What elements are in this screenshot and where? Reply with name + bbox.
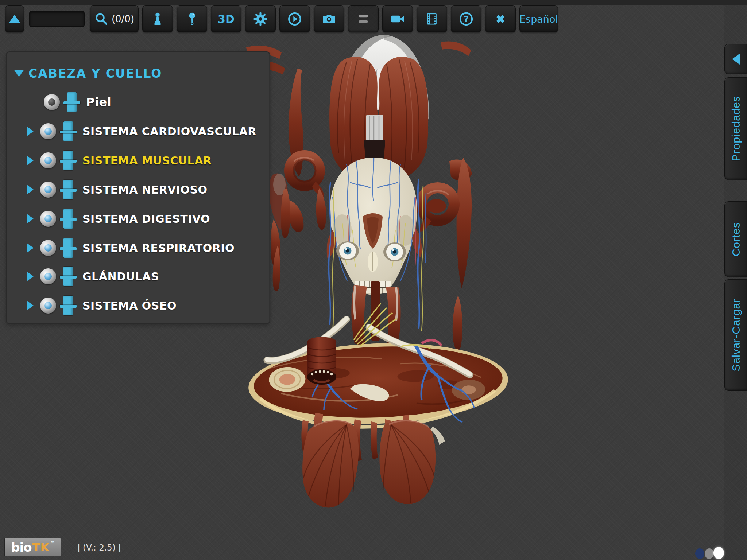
- tree-item-label[interactable]: SISTEMA CARDIOVASCULAR: [82, 125, 256, 138]
- tree-item-glandulas[interactable]: GLÁNDULAS: [7, 262, 268, 291]
- help-button[interactable]: ?: [451, 5, 481, 32]
- tree-item-sistema-cardiovascular[interactable]: SISTEMA CARDIOVASCULAR: [7, 117, 268, 145]
- person-icon: [150, 11, 165, 27]
- camera-icon: [321, 11, 337, 27]
- tree-item-sistema-muscular[interactable]: SISTEMA MUSCULAR: [7, 146, 268, 175]
- pin-bar-icon[interactable]: [60, 121, 77, 141]
- tree-item-label[interactable]: GLÁNDULAS: [82, 270, 159, 283]
- expand-arrow-icon[interactable]: [27, 243, 34, 253]
- close-button[interactable]: [485, 5, 516, 32]
- tab-cortes[interactable]: Cortes: [724, 201, 747, 277]
- top-band: [0, 0, 747, 5]
- video-camera-icon: [390, 11, 406, 27]
- visibility-orb-icon[interactable]: [44, 94, 60, 110]
- pin-bar-icon[interactable]: [63, 92, 80, 112]
- pin-bar-icon[interactable]: [60, 267, 77, 286]
- person-button[interactable]: [142, 5, 173, 32]
- pin-bar-icon[interactable]: [60, 238, 77, 258]
- expand-arrow-icon[interactable]: [27, 156, 34, 165]
- play-button[interactable]: [279, 5, 310, 32]
- camera-button[interactable]: [314, 5, 344, 32]
- 3d-label: 3D: [218, 13, 235, 26]
- film-button[interactable]: [417, 5, 447, 32]
- status-dot-gray: [705, 548, 714, 559]
- anatomy-tree-panel: CABEZA Y CUELLO Piel SISTEMA CARDIOVASCU…: [6, 51, 270, 324]
- tree-item-sistema-digestivo[interactable]: SISTEMA DIGESTIVO: [7, 205, 268, 233]
- tab-label: Propiedades: [730, 96, 742, 161]
- magnifier-icon: [94, 12, 109, 26]
- tab-salvar-cargar[interactable]: Salvar-Cargar: [724, 279, 747, 391]
- play-icon: [287, 11, 303, 27]
- svg-text:?: ?: [464, 14, 468, 24]
- collapse-tree-icon: [14, 70, 24, 77]
- language-button[interactable]: Español: [519, 5, 558, 32]
- help-icon: ?: [458, 11, 474, 27]
- visibility-orb-icon[interactable]: [40, 211, 56, 227]
- search-count: (0/0): [112, 13, 134, 24]
- bars-icon: [355, 11, 371, 27]
- gear-icon: [252, 11, 268, 27]
- pin-button[interactable]: [177, 5, 207, 32]
- version-label: | (V.: 2.5) |: [77, 543, 121, 552]
- expand-arrow-icon[interactable]: [27, 127, 34, 136]
- close-icon: [492, 11, 508, 27]
- collapse-up-icon: [9, 15, 20, 23]
- expand-arrow-icon[interactable]: [27, 214, 34, 223]
- tree-item-label[interactable]: SISTEMA DIGESTIVO: [82, 213, 210, 225]
- tree-item-label[interactable]: SISTEMA NERVIOSO: [82, 183, 208, 196]
- visibility-orb-icon[interactable]: [40, 240, 56, 256]
- search-input[interactable]: [29, 11, 85, 27]
- video-button[interactable]: [382, 5, 413, 32]
- tree-item-sistema-respiratorio[interactable]: SISTEMA RESPIRATORIO: [7, 234, 268, 262]
- collapse-panel-tab[interactable]: [724, 44, 747, 74]
- visibility-orb-icon[interactable]: [40, 298, 56, 314]
- tree-item-label[interactable]: SISTEMA ÓSEO: [82, 299, 177, 312]
- logo-trademark: ™: [50, 541, 55, 546]
- status-dot-white: [713, 547, 724, 559]
- tab-label: Cortes: [730, 222, 742, 256]
- visibility-orb-icon[interactable]: [40, 182, 56, 198]
- settings-button[interactable]: [245, 5, 276, 32]
- expand-arrow-icon[interactable]: [27, 301, 34, 310]
- film-strip-icon: [424, 11, 440, 27]
- collapse-left-icon: [732, 54, 740, 65]
- expand-arrow-icon[interactable]: [27, 185, 34, 194]
- tree-item-label[interactable]: SISTEMA MUSCULAR: [82, 154, 212, 167]
- pin-bar-icon[interactable]: [60, 180, 77, 199]
- collapse-toolbar-button[interactable]: [5, 5, 24, 32]
- tree-group-cabeza-y-cuello[interactable]: CABEZA Y CUELLO: [7, 62, 162, 84]
- tab-propiedades[interactable]: Propiedades: [724, 77, 747, 180]
- tree-item-sistema-nervioso[interactable]: SISTEMA NERVIOSO: [7, 175, 268, 204]
- tree-group-label: CABEZA Y CUELLO: [28, 66, 162, 81]
- logo-bio-text: bio: [11, 541, 31, 553]
- pin-bar-icon[interactable]: [60, 296, 77, 315]
- tree-item-piel[interactable]: Piel: [7, 88, 280, 116]
- pin-icon: [184, 11, 200, 27]
- visibility-orb-icon[interactable]: [40, 268, 56, 284]
- language-label: Español: [519, 13, 558, 25]
- logo-tk-text: TK: [32, 542, 50, 553]
- tab-label: Salvar-Cargar: [730, 299, 742, 372]
- pin-bar-icon[interactable]: [60, 209, 77, 229]
- visibility-orb-icon[interactable]: [40, 123, 56, 139]
- pin-bar-icon[interactable]: [60, 151, 77, 170]
- bars-button[interactable]: [348, 5, 379, 32]
- biotk-logo: bio TK ™: [5, 538, 61, 556]
- status-dot-blue: [695, 548, 704, 559]
- tree-item-sistema-oseo[interactable]: SISTEMA ÓSEO: [7, 291, 268, 320]
- tree-item-label[interactable]: SISTEMA RESPIRATORIO: [82, 242, 235, 254]
- search-button[interactable]: (0/0): [90, 5, 139, 32]
- visibility-orb-icon[interactable]: [40, 152, 56, 168]
- expand-arrow-icon[interactable]: [27, 272, 34, 281]
- tree-item-label[interactable]: Piel: [86, 95, 111, 109]
- 3d-view-button[interactable]: 3D: [211, 5, 241, 32]
